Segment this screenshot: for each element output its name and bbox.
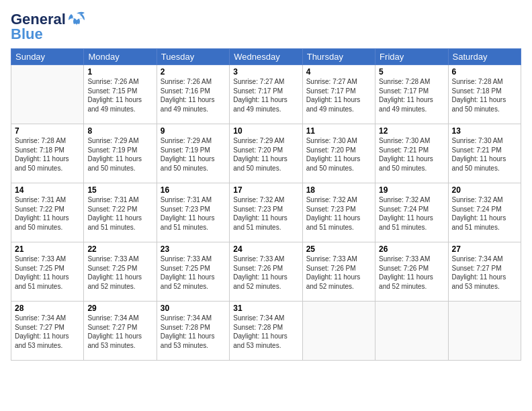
day-cell: 26Sunrise: 7:33 AM Sunset: 7:26 PM Dayli…: [375, 242, 448, 302]
day-number: 26: [379, 244, 444, 254]
day-number: 11: [306, 126, 371, 136]
header-row: SundayMondayTuesdayWednesdayThursdayFrid…: [11, 49, 521, 65]
day-cell: 11Sunrise: 7:30 AM Sunset: 7:20 PM Dayli…: [302, 124, 375, 183]
day-cell: 14Sunrise: 7:31 AM Sunset: 7:22 PM Dayli…: [11, 183, 84, 242]
calendar-body: 1Sunrise: 7:26 AM Sunset: 7:15 PM Daylig…: [11, 65, 521, 361]
day-number: 2: [161, 67, 226, 77]
day-cell: [302, 302, 375, 361]
day-info: Sunrise: 7:33 AM Sunset: 7:25 PM Dayligh…: [15, 255, 80, 291]
day-info: Sunrise: 7:29 AM Sunset: 7:19 PM Dayligh…: [161, 136, 226, 173]
day-number: 5: [379, 67, 444, 77]
day-number: 15: [87, 185, 152, 195]
day-number: 21: [15, 244, 80, 254]
day-info: Sunrise: 7:26 AM Sunset: 7:16 PM Dayligh…: [161, 77, 226, 113]
day-number: 19: [379, 185, 444, 195]
day-number: 12: [379, 126, 444, 136]
day-number: 17: [233, 185, 298, 195]
calendar-header: SundayMondayTuesdayWednesdayThursdayFrid…: [11, 49, 521, 65]
day-number: 28: [15, 304, 80, 313]
day-info: Sunrise: 7:31 AM Sunset: 7:22 PM Dayligh…: [15, 195, 80, 232]
header-cell-sunday: Sunday: [11, 49, 84, 65]
day-number: 7: [15, 126, 80, 136]
day-info: Sunrise: 7:34 AM Sunset: 7:27 PM Dayligh…: [87, 314, 152, 350]
day-cell: [11, 65, 84, 124]
day-number: 14: [15, 185, 80, 195]
day-info: Sunrise: 7:28 AM Sunset: 7:18 PM Dayligh…: [452, 77, 517, 113]
day-number: 24: [233, 244, 298, 254]
day-info: Sunrise: 7:32 AM Sunset: 7:23 PM Dayligh…: [233, 195, 298, 232]
day-cell: 19Sunrise: 7:32 AM Sunset: 7:24 PM Dayli…: [375, 183, 448, 242]
day-info: Sunrise: 7:33 AM Sunset: 7:26 PM Dayligh…: [306, 255, 371, 291]
day-cell: 20Sunrise: 7:32 AM Sunset: 7:24 PM Dayli…: [448, 183, 521, 242]
day-cell: [375, 302, 448, 361]
day-info: Sunrise: 7:30 AM Sunset: 7:21 PM Dayligh…: [452, 136, 517, 173]
day-info: Sunrise: 7:26 AM Sunset: 7:15 PM Dayligh…: [87, 77, 152, 113]
day-number: 18: [306, 185, 371, 195]
day-number: 25: [306, 244, 371, 254]
day-number: 3: [233, 67, 298, 77]
day-number: 20: [452, 185, 517, 195]
day-cell: 25Sunrise: 7:33 AM Sunset: 7:26 PM Dayli…: [302, 242, 375, 302]
week-row-1: 1Sunrise: 7:26 AM Sunset: 7:15 PM Daylig…: [11, 65, 521, 124]
day-cell: 27Sunrise: 7:34 AM Sunset: 7:27 PM Dayli…: [448, 242, 521, 302]
day-cell: 3Sunrise: 7:27 AM Sunset: 7:17 PM Daylig…: [230, 65, 302, 124]
day-info: Sunrise: 7:31 AM Sunset: 7:22 PM Dayligh…: [87, 195, 152, 232]
day-info: Sunrise: 7:29 AM Sunset: 7:19 PM Dayligh…: [87, 136, 152, 173]
week-row-5: 28Sunrise: 7:34 AM Sunset: 7:27 PM Dayli…: [11, 302, 521, 361]
logo: General Blue: [11, 11, 86, 43]
day-number: 16: [161, 185, 226, 195]
day-cell: 22Sunrise: 7:33 AM Sunset: 7:25 PM Dayli…: [84, 242, 157, 302]
day-cell: 7Sunrise: 7:28 AM Sunset: 7:18 PM Daylig…: [11, 124, 84, 183]
header-cell-friday: Friday: [375, 49, 448, 65]
day-cell: 29Sunrise: 7:34 AM Sunset: 7:27 PM Dayli…: [84, 302, 157, 361]
day-info: Sunrise: 7:34 AM Sunset: 7:27 PM Dayligh…: [15, 314, 80, 350]
day-number: 27: [452, 244, 517, 254]
day-cell: 10Sunrise: 7:29 AM Sunset: 7:20 PM Dayli…: [230, 124, 302, 183]
day-number: 31: [233, 304, 298, 313]
day-cell: 15Sunrise: 7:31 AM Sunset: 7:22 PM Dayli…: [84, 183, 157, 242]
day-cell: 9Sunrise: 7:29 AM Sunset: 7:19 PM Daylig…: [157, 124, 229, 183]
day-cell: 21Sunrise: 7:33 AM Sunset: 7:25 PM Dayli…: [11, 242, 84, 302]
day-number: 23: [161, 244, 226, 254]
day-info: Sunrise: 7:32 AM Sunset: 7:24 PM Dayligh…: [452, 195, 517, 232]
day-info: Sunrise: 7:34 AM Sunset: 7:28 PM Dayligh…: [161, 314, 226, 350]
day-cell: 16Sunrise: 7:31 AM Sunset: 7:23 PM Dayli…: [157, 183, 229, 242]
day-cell: 30Sunrise: 7:34 AM Sunset: 7:28 PM Dayli…: [157, 302, 229, 361]
header: General Blue: [11, 11, 521, 43]
day-info: Sunrise: 7:27 AM Sunset: 7:17 PM Dayligh…: [233, 77, 298, 113]
day-info: Sunrise: 7:33 AM Sunset: 7:25 PM Dayligh…: [87, 255, 152, 291]
day-number: 30: [161, 304, 226, 313]
day-cell: 1Sunrise: 7:26 AM Sunset: 7:15 PM Daylig…: [84, 65, 157, 124]
day-info: Sunrise: 7:31 AM Sunset: 7:23 PM Dayligh…: [161, 195, 226, 232]
week-row-3: 14Sunrise: 7:31 AM Sunset: 7:22 PM Dayli…: [11, 183, 521, 242]
header-cell-tuesday: Tuesday: [157, 49, 229, 65]
day-cell: 8Sunrise: 7:29 AM Sunset: 7:19 PM Daylig…: [84, 124, 157, 183]
day-number: 1: [87, 67, 152, 77]
day-number: 10: [233, 126, 298, 136]
day-cell: 31Sunrise: 7:34 AM Sunset: 7:28 PM Dayli…: [230, 302, 302, 361]
header-cell-monday: Monday: [84, 49, 157, 65]
day-cell: 17Sunrise: 7:32 AM Sunset: 7:23 PM Dayli…: [230, 183, 302, 242]
day-info: Sunrise: 7:29 AM Sunset: 7:20 PM Dayligh…: [233, 136, 298, 173]
day-cell: 18Sunrise: 7:32 AM Sunset: 7:23 PM Dayli…: [302, 183, 375, 242]
day-info: Sunrise: 7:28 AM Sunset: 7:18 PM Dayligh…: [15, 136, 80, 173]
calendar-table: SundayMondayTuesdayWednesdayThursdayFrid…: [11, 48, 521, 361]
week-row-4: 21Sunrise: 7:33 AM Sunset: 7:25 PM Dayli…: [11, 242, 521, 302]
day-info: Sunrise: 7:34 AM Sunset: 7:28 PM Dayligh…: [233, 314, 298, 350]
day-cell: 5Sunrise: 7:28 AM Sunset: 7:17 PM Daylig…: [375, 65, 448, 124]
day-info: Sunrise: 7:33 AM Sunset: 7:25 PM Dayligh…: [161, 255, 226, 291]
day-number: 29: [87, 304, 152, 313]
day-cell: 4Sunrise: 7:27 AM Sunset: 7:17 PM Daylig…: [302, 65, 375, 124]
day-info: Sunrise: 7:32 AM Sunset: 7:23 PM Dayligh…: [306, 195, 371, 232]
day-cell: [448, 302, 521, 361]
day-cell: 28Sunrise: 7:34 AM Sunset: 7:27 PM Dayli…: [11, 302, 84, 361]
day-cell: 6Sunrise: 7:28 AM Sunset: 7:18 PM Daylig…: [448, 65, 521, 124]
day-number: 4: [306, 67, 371, 77]
header-cell-thursday: Thursday: [302, 49, 375, 65]
day-cell: 13Sunrise: 7:30 AM Sunset: 7:21 PM Dayli…: [448, 124, 521, 183]
day-info: Sunrise: 7:32 AM Sunset: 7:24 PM Dayligh…: [379, 195, 444, 232]
day-cell: 24Sunrise: 7:33 AM Sunset: 7:26 PM Dayli…: [230, 242, 302, 302]
day-info: Sunrise: 7:30 AM Sunset: 7:21 PM Dayligh…: [379, 136, 444, 173]
day-cell: 2Sunrise: 7:26 AM Sunset: 7:16 PM Daylig…: [157, 65, 229, 124]
logo-blue: Blue: [11, 26, 43, 43]
